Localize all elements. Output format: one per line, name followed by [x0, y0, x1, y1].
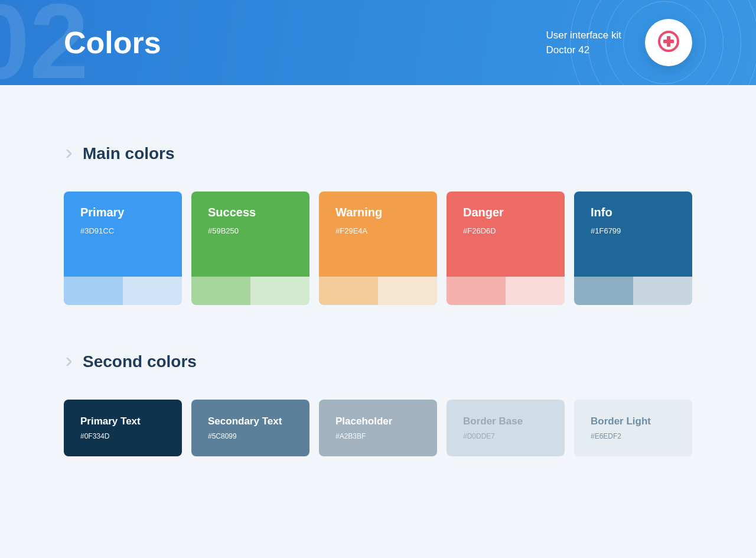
- swatch-tints: [64, 277, 182, 305]
- swatch-hex: #A2B3BF: [335, 432, 421, 440]
- swatch-name: Placeholder: [335, 416, 421, 427]
- second-swatches: Primary Text#0F334DSecondary Text#5C8099…: [64, 400, 692, 456]
- section-heading: Second colors: [64, 352, 692, 371]
- chevron-right-icon: [64, 148, 74, 159]
- main-swatches: Primary#3D91CCSuccess#59B250Warning#F29E…: [64, 192, 692, 305]
- swatch-tint-1: [64, 277, 123, 305]
- swatch-main: Warning#F29E4A: [319, 192, 437, 277]
- color-swatch: Secondary Text#5C8099: [191, 400, 309, 456]
- section-title: Second colors: [83, 352, 197, 371]
- swatch-name: Primary: [80, 206, 165, 219]
- color-swatch: Warning#F29E4A: [319, 192, 437, 305]
- swatch-hex: #1F6799: [591, 226, 676, 235]
- header: Colors User interface kit Doctor 42: [0, 0, 756, 85]
- swatch-tint-1: [191, 277, 250, 305]
- color-swatch: Info#1F6799: [574, 192, 692, 305]
- chevron-right-icon: [64, 356, 74, 367]
- svg-rect-2: [663, 40, 674, 43]
- swatch-hex: #D0DDE7: [463, 432, 548, 440]
- swatch-tint-2: [250, 277, 309, 305]
- color-swatch: Success#59B250: [191, 192, 309, 305]
- swatch-main: Primary#3D91CC: [64, 192, 182, 277]
- swatch-tint-1: [447, 277, 506, 305]
- color-swatch: Placeholder#A2B3BF: [319, 400, 437, 456]
- page-title: Colors: [64, 25, 161, 60]
- swatch-tint-2: [378, 277, 437, 305]
- section-heading: Main colors: [64, 144, 692, 163]
- swatch-hex: #E6EDF2: [591, 432, 676, 440]
- swatch-tint-1: [574, 277, 633, 305]
- meta-line-1: User interface kit: [546, 28, 621, 43]
- swatch-tints: [447, 277, 565, 305]
- swatch-tint-1: [319, 277, 378, 305]
- swatch-main: Info#1F6799: [574, 192, 692, 277]
- swatch-name: Primary Text: [80, 416, 165, 427]
- header-meta: User interface kit Doctor 42: [546, 28, 621, 58]
- medical-cross-icon: [657, 30, 680, 56]
- swatch-tint-2: [123, 277, 182, 305]
- swatch-tint-2: [506, 277, 565, 305]
- color-swatch: Primary#3D91CC: [64, 192, 182, 305]
- swatch-name: Warning: [335, 206, 421, 219]
- swatch-hex: #59B250: [208, 226, 293, 235]
- swatch-name: Border Light: [591, 416, 676, 427]
- swatch-name: Info: [591, 206, 676, 219]
- swatch-main: Danger#F26D6D: [447, 192, 565, 277]
- swatch-tints: [574, 277, 692, 305]
- color-swatch: Border Base#D0DDE7: [447, 400, 565, 456]
- section-second-colors: Second colors Primary Text#0F334DSeconda…: [64, 352, 692, 456]
- swatch-hex: #5C8099: [208, 432, 293, 440]
- swatch-name: Success: [208, 206, 293, 219]
- section-main-colors: Main colors Primary#3D91CCSuccess#59B250…: [64, 144, 692, 305]
- color-swatch: Primary Text#0F334D: [64, 400, 182, 456]
- section-title: Main colors: [83, 144, 175, 163]
- swatch-tints: [319, 277, 437, 305]
- header-right: User interface kit Doctor 42: [546, 19, 692, 66]
- swatch-hex: #F26D6D: [463, 226, 548, 235]
- content: Main colors Primary#3D91CCSuccess#59B250…: [0, 85, 756, 527]
- meta-line-2: Doctor 42: [546, 43, 621, 58]
- swatch-main: Success#59B250: [191, 192, 309, 277]
- swatch-hex: #3D91CC: [80, 226, 165, 235]
- swatch-hex: #0F334D: [80, 432, 165, 440]
- swatch-hex: #F29E4A: [335, 226, 421, 235]
- logo-badge: [645, 19, 692, 66]
- swatch-tint-2: [633, 277, 692, 305]
- swatch-name: Border Base: [463, 416, 548, 427]
- swatch-name: Danger: [463, 206, 548, 219]
- swatch-tints: [191, 277, 309, 305]
- color-swatch: Border Light#E6EDF2: [574, 400, 692, 456]
- swatch-name: Secondary Text: [208, 416, 293, 427]
- color-swatch: Danger#F26D6D: [447, 192, 565, 305]
